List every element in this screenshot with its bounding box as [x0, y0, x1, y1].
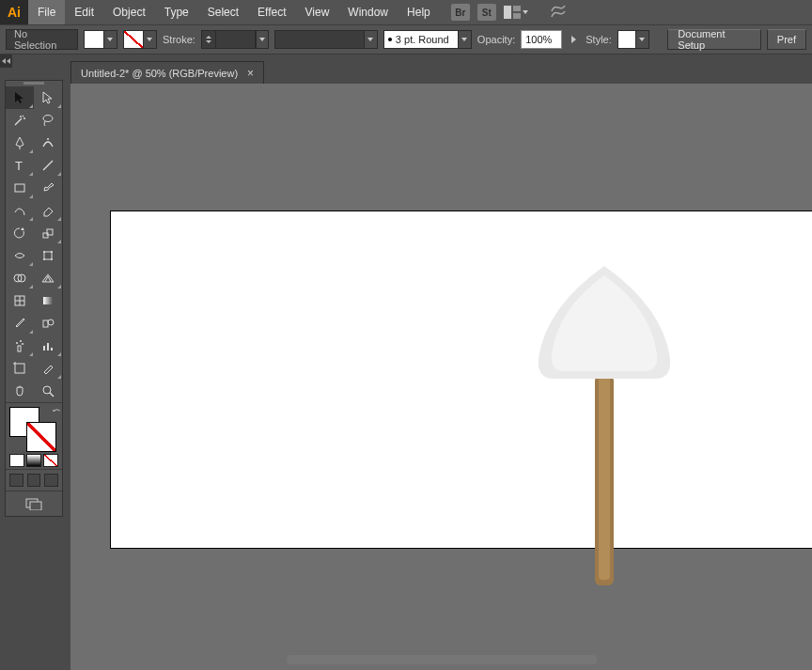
shovel-blade-inner	[552, 275, 657, 371]
tools-panel: T ⤺	[5, 80, 63, 517]
svg-rect-0	[504, 6, 511, 19]
menu-window[interactable]: Window	[338, 0, 398, 24]
svg-point-4	[47, 138, 49, 140]
svg-rect-29	[51, 348, 53, 351]
stroke-label: Stroke:	[163, 34, 195, 45]
fill-swatch[interactable]	[84, 30, 117, 49]
svg-rect-7	[15, 184, 24, 192]
shape-builder-tool[interactable]	[6, 267, 34, 289]
svg-point-12	[51, 251, 53, 253]
close-tab-icon[interactable]: ×	[247, 67, 254, 80]
graphic-style-swatch[interactable]	[617, 30, 649, 49]
artwork-shovel[interactable]	[529, 262, 679, 600]
color-mode-gradient[interactable]	[26, 454, 41, 467]
hand-tool[interactable]	[6, 380, 34, 402]
selection-tool[interactable]	[6, 86, 34, 109]
svg-point-33	[43, 386, 51, 394]
magic-wand-tool[interactable]	[6, 109, 34, 132]
draw-normal[interactable]	[9, 474, 23, 487]
lasso-tool[interactable]	[34, 109, 62, 132]
menu-type[interactable]: Type	[155, 0, 198, 24]
svg-rect-36	[30, 502, 41, 510]
color-mode-none[interactable]	[43, 454, 58, 467]
bridge-icon[interactable]: Br	[451, 4, 470, 21]
artboard-tool[interactable]	[6, 357, 34, 380]
svg-point-25	[20, 340, 22, 342]
svg-rect-1	[513, 6, 521, 11]
document-tab-title: Untitled-2* @ 50% (RGB/Preview)	[81, 68, 238, 79]
shovel-handle-inner	[599, 375, 610, 580]
opacity-input[interactable]: 100%	[521, 30, 562, 49]
symbol-sprayer-tool[interactable]	[6, 335, 34, 357]
direct-selection-tool[interactable]	[34, 86, 62, 109]
menu-object[interactable]: Object	[103, 0, 155, 24]
control-bar: No Selection Stroke: 3 pt. Round Opacity…	[0, 24, 812, 55]
selection-indicator: No Selection	[6, 29, 78, 50]
pen-tool[interactable]	[6, 132, 34, 154]
svg-line-6	[43, 161, 53, 170]
sync-icon[interactable]	[549, 4, 568, 22]
svg-rect-10	[44, 252, 52, 259]
horizontal-scrollbar[interactable]	[287, 655, 597, 664]
svg-point-3	[43, 116, 53, 122]
svg-point-14	[51, 258, 53, 260]
mesh-tool[interactable]	[6, 289, 34, 312]
svg-text:T: T	[15, 159, 23, 173]
gradient-tool[interactable]	[34, 289, 62, 312]
document-tab[interactable]: Untitled-2* @ 50% (RGB/Preview) ×	[70, 61, 264, 84]
perspective-grid-tool[interactable]	[34, 267, 62, 289]
collapse-panels-button[interactable]	[0, 55, 12, 68]
artboard[interactable]	[110, 210, 812, 549]
menu-edit[interactable]: Edit	[65, 0, 103, 24]
line-segment-tool[interactable]	[34, 154, 62, 177]
draw-mode-row	[6, 470, 62, 491]
menu-help[interactable]: Help	[398, 0, 440, 24]
svg-rect-2	[513, 13, 521, 19]
svg-rect-30	[15, 364, 24, 373]
preferences-button[interactable]: Pref	[767, 29, 806, 50]
draw-inside[interactable]	[44, 474, 58, 487]
eyedropper-tool[interactable]	[6, 312, 34, 335]
slice-tool[interactable]	[34, 357, 62, 380]
svg-point-24	[16, 342, 18, 344]
column-graph-tool[interactable]	[34, 335, 62, 357]
zoom-tool[interactable]	[34, 380, 62, 402]
blend-tool[interactable]	[34, 312, 62, 335]
pencil-tool[interactable]	[6, 199, 34, 222]
rectangle-tool[interactable]	[6, 177, 34, 199]
draw-behind[interactable]	[27, 474, 41, 487]
svg-point-11	[43, 251, 45, 253]
brush-definition[interactable]: 3 pt. Round	[383, 30, 472, 49]
width-tool[interactable]	[6, 244, 34, 267]
menu-file[interactable]: File	[28, 0, 65, 24]
stroke-swatch[interactable]	[123, 30, 157, 49]
scale-tool[interactable]	[34, 222, 62, 244]
app-switcher: Br St	[451, 4, 568, 22]
type-tool[interactable]: T	[6, 154, 34, 177]
eraser-tool[interactable]	[34, 199, 62, 222]
fill-stroke-indicator[interactable]: ⤺	[6, 405, 62, 452]
menu-view[interactable]: View	[296, 0, 339, 24]
svg-point-26	[22, 343, 23, 345]
stroke-weight-input[interactable]	[201, 30, 269, 49]
curvature-tool[interactable]	[34, 132, 62, 154]
paintbrush-tool[interactable]	[34, 177, 62, 199]
stock-icon[interactable]: St	[477, 4, 496, 21]
screen-mode-button[interactable]	[6, 491, 62, 516]
svg-point-22	[48, 319, 54, 325]
menu-effect[interactable]: Effect	[248, 0, 295, 24]
svg-rect-28	[47, 343, 49, 351]
menu-select[interactable]: Select	[198, 0, 248, 24]
color-mode-solid[interactable]	[9, 454, 24, 467]
opacity-flyout[interactable]	[571, 36, 576, 43]
stroke-indicator[interactable]	[26, 422, 56, 452]
arrange-docs-icon[interactable]	[504, 6, 528, 19]
rotate-tool[interactable]	[6, 222, 34, 244]
menu-bar: Ai File Edit Object Type Select Effect V…	[0, 0, 812, 24]
variable-width-profile[interactable]	[274, 30, 378, 49]
svg-line-34	[50, 393, 54, 397]
free-transform-tool[interactable]	[34, 244, 62, 267]
swap-fill-stroke-icon[interactable]: ⤺	[53, 405, 60, 415]
document-setup-button[interactable]: Document Setup	[667, 29, 760, 50]
canvas-area[interactable]	[70, 84, 812, 670]
